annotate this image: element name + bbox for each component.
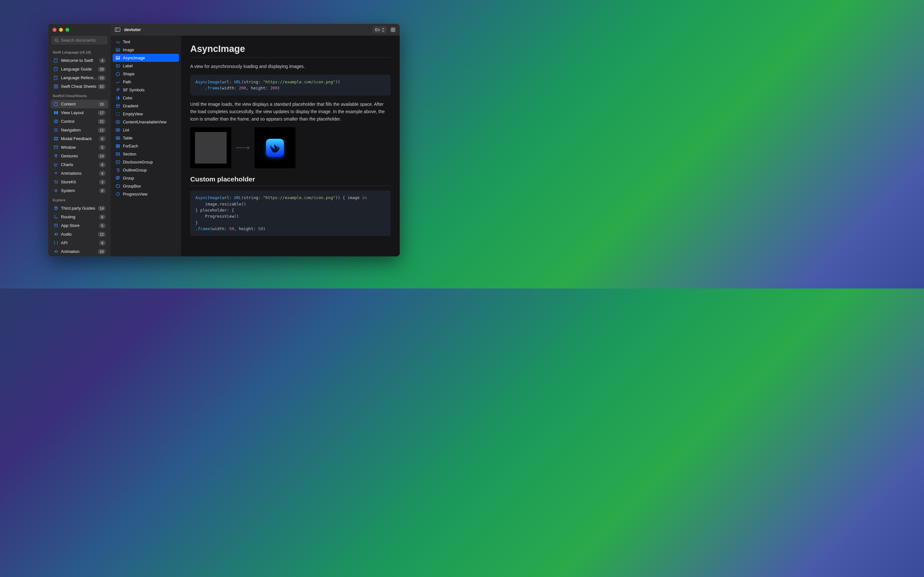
nav-item-text[interactable]: AaText bbox=[113, 38, 179, 46]
svg-text:Aa: Aa bbox=[115, 40, 120, 44]
sidebar-item-navigation[interactable]: Navigation11 bbox=[51, 126, 108, 134]
svg-point-31 bbox=[57, 183, 57, 184]
nav-item-shape[interactable]: Shape bbox=[113, 70, 179, 78]
toggle-sidebar-icon[interactable] bbox=[115, 27, 120, 33]
gradient-icon bbox=[115, 103, 120, 109]
disclosure-icon bbox=[115, 160, 120, 165]
nav-icon bbox=[53, 127, 58, 133]
nav-item-emptyview[interactable]: EmptyView bbox=[113, 110, 179, 118]
nav-item-section[interactable]: Section bbox=[113, 150, 179, 158]
svg-point-50 bbox=[119, 88, 120, 89]
svg-rect-70 bbox=[116, 153, 120, 154]
sidebar-item-storekit[interactable]: StoreKit3 bbox=[51, 177, 108, 186]
nav-item-group[interactable]: Group bbox=[113, 174, 179, 182]
image-icon bbox=[115, 47, 120, 53]
doc-h2: Custom placeholder bbox=[190, 175, 391, 186]
sidebar-section-header: Swift Language (v5.10) bbox=[48, 47, 111, 56]
sidebar-item-welcome-to-swift[interactable]: Welcome to Swift4 bbox=[51, 56, 108, 65]
sidebar-item-third-party-guides[interactable]: Third party Guides14 bbox=[51, 204, 108, 213]
book-icon bbox=[53, 67, 58, 72]
svg-line-1 bbox=[57, 41, 58, 42]
store-icon bbox=[53, 223, 58, 228]
svg-rect-77 bbox=[116, 177, 118, 179]
app-title: devtutor bbox=[124, 27, 141, 32]
nav-item-disclosuregroup[interactable]: DisclosureGroup bbox=[113, 158, 179, 166]
modal-icon bbox=[53, 136, 58, 141]
sidebar-item-app-store[interactable]: App Store5 bbox=[51, 221, 108, 230]
sidebar-item-animation[interactable]: Animation24 bbox=[51, 247, 108, 256]
grid-icon[interactable] bbox=[390, 27, 396, 33]
nav-list: AaTextImageAsyncImageALabelShapePathSF S… bbox=[111, 36, 181, 256]
svg-rect-37 bbox=[115, 28, 120, 32]
nav-item-label: Section bbox=[123, 152, 136, 156]
sidebar-item-count: 6 bbox=[99, 214, 105, 219]
svg-point-34 bbox=[57, 218, 57, 219]
nav-item-path[interactable]: Path bbox=[113, 78, 179, 86]
sidebar-item-modal-feedback[interactable]: Modal Feedback6 bbox=[51, 134, 108, 143]
sidebar-item-count: 24 bbox=[98, 249, 105, 254]
svg-rect-12 bbox=[54, 102, 57, 106]
window-minimize[interactable] bbox=[59, 28, 63, 32]
nav-item-table[interactable]: Table bbox=[113, 134, 179, 142]
nav-item-groupbox[interactable]: GroupBox bbox=[113, 182, 179, 190]
nav-item-list[interactable]: List bbox=[113, 126, 179, 134]
nav-item-foreach[interactable]: ForEach bbox=[113, 142, 179, 150]
sidebar-item-language-guide[interactable]: Language Guide29 bbox=[51, 65, 108, 73]
svg-rect-68 bbox=[116, 146, 120, 147]
brackets-icon bbox=[53, 240, 58, 245]
sidebar-item-animations[interactable]: Animations4 bbox=[51, 169, 108, 177]
nav-item-asyncimage[interactable]: AsyncImage bbox=[113, 54, 179, 62]
sidebar-item-api[interactable]: API8 bbox=[51, 239, 108, 247]
list2-icon bbox=[115, 127, 120, 133]
label-icon: A bbox=[115, 63, 120, 69]
sidebar-item-system[interactable]: System8 bbox=[51, 186, 108, 195]
sidebar-item-count: 52 bbox=[98, 84, 105, 89]
doc-intro: A view for asynchronously loading and di… bbox=[190, 63, 391, 70]
sidebar-item-label: Control bbox=[61, 119, 98, 124]
search-field[interactable] bbox=[51, 36, 107, 45]
svg-point-18 bbox=[56, 120, 57, 121]
sidebar-item-control[interactable]: Control21 bbox=[51, 117, 108, 126]
window-zoom[interactable] bbox=[65, 28, 69, 32]
sidebar-item-count: 11 bbox=[98, 127, 105, 133]
text-icon: Aa bbox=[115, 39, 120, 45]
sidebar-item-gestures[interactable]: Gestures14 bbox=[51, 152, 108, 160]
outline-icon bbox=[115, 168, 120, 173]
nav-item-contentunavailableview[interactable]: ContentUnavailableView bbox=[113, 118, 179, 126]
doc-content[interactable]: AsyncImage A view for asynchronously loa… bbox=[181, 36, 400, 256]
sidebar-item-label: Animation bbox=[61, 249, 98, 254]
path-icon bbox=[115, 79, 120, 85]
nav-item-label: Group bbox=[123, 176, 134, 181]
sidebar-item-charts[interactable]: Charts8 bbox=[51, 160, 108, 169]
list-icon bbox=[53, 84, 58, 89]
window-close[interactable] bbox=[53, 28, 57, 32]
search-input[interactable] bbox=[61, 38, 105, 43]
nav-item-progressview[interactable]: ProgressView bbox=[113, 190, 179, 198]
sparkle-icon bbox=[53, 171, 58, 176]
sidebar-item-language-refere-[interactable]: Language Refere...10 bbox=[51, 73, 108, 82]
sidebar-item-audio[interactable]: Audio12 bbox=[51, 230, 108, 239]
nav-item-sf-symbols[interactable]: SF Symbols bbox=[113, 86, 179, 94]
language-selector[interactable]: En bbox=[373, 26, 387, 33]
nav-item-label[interactable]: ALabel bbox=[113, 62, 179, 70]
sidebar-item-view-layout[interactable]: View Layout17 bbox=[51, 108, 108, 117]
sidebar-item-label: Routing bbox=[61, 214, 99, 219]
sidebar-item-content[interactable]: Content20 bbox=[51, 100, 108, 108]
svg-rect-79 bbox=[116, 185, 120, 187]
nav-item-image[interactable]: Image bbox=[113, 46, 179, 54]
sidebar-item-routing[interactable]: Routing6 bbox=[51, 213, 108, 221]
sidebar-item-label: Content bbox=[61, 102, 98, 106]
svg-rect-26 bbox=[54, 146, 57, 149]
right-pane: devtutor En AaTextImageAsyncImageALabelS… bbox=[111, 24, 400, 256]
shape-icon bbox=[115, 71, 120, 77]
nav-item-label: Shape bbox=[123, 72, 134, 76]
sidebar-item-swift-cheat-sheets[interactable]: Swift Cheat Sheets52 bbox=[51, 82, 108, 91]
sidebar: Swift Language (v5.10)Welcome to Swift4L… bbox=[48, 24, 111, 256]
nav-item-color[interactable]: Color bbox=[113, 94, 179, 102]
nav-item-outlinegroup[interactable]: OutlineGroup bbox=[113, 166, 179, 174]
sidebar-item-window[interactable]: Window5 bbox=[51, 143, 108, 152]
sidebar-item-count: 5 bbox=[99, 223, 105, 228]
empty-icon bbox=[115, 111, 120, 117]
nav-item-gradient[interactable]: Gradient bbox=[113, 102, 179, 110]
svg-point-0 bbox=[55, 39, 57, 41]
